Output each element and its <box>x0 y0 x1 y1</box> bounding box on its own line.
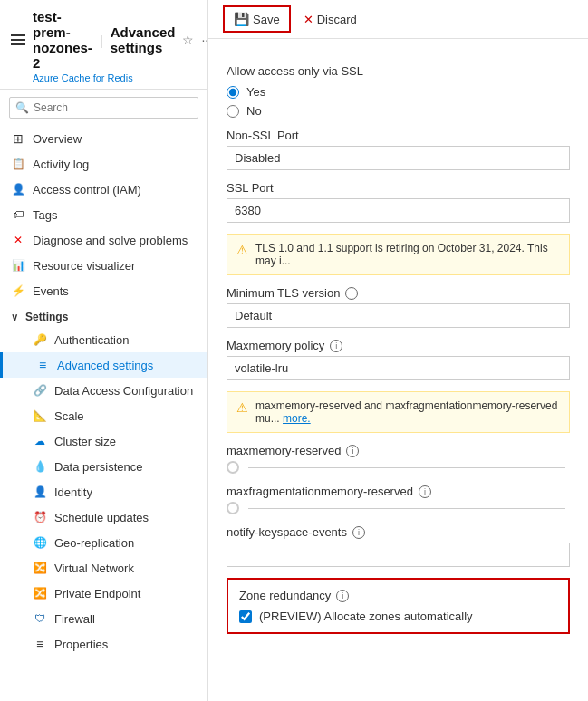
ssl-port-input[interactable] <box>227 198 570 223</box>
sidebar-item-label: Scale <box>54 409 84 423</box>
search-box: 🔍 <box>9 97 198 119</box>
save-button[interactable]: 💾 Save <box>223 5 291 33</box>
ssl-yes-option[interactable]: Yes <box>227 85 570 99</box>
sidebar-item-label: Properties <box>54 638 108 651</box>
more-link[interactable]: more. <box>283 412 311 425</box>
identity-icon: 👤 <box>33 485 47 499</box>
ssl-yes-radio[interactable] <box>227 86 239 99</box>
ssl-no-option[interactable]: No <box>227 104 570 118</box>
sidebar: test-prem-nozones-2 | Advanced settings … <box>0 0 208 701</box>
sidebar-item-label: Geo-replication <box>54 536 134 550</box>
data-access-icon: 🔗 <box>33 383 47 398</box>
settings-section-header: ∨ Settings <box>0 303 207 327</box>
ssl-radio-group: Yes No <box>227 85 570 118</box>
advanced-settings-icon: ≡ <box>35 358 50 372</box>
sidebar-item-cluster-size[interactable]: ☁ Cluster size <box>0 428 207 454</box>
maxmemory-input[interactable] <box>227 356 570 380</box>
min-tls-info-icon[interactable]: i <box>345 287 358 300</box>
sidebar-item-label: Events <box>33 284 69 298</box>
sidebar-item-label: Access control (IAM) <box>33 183 141 197</box>
sidebar-item-label: Virtual Network <box>54 562 134 575</box>
ssl-no-radio[interactable] <box>227 105 239 118</box>
sidebar-item-label: Data Access Configuration <box>54 384 193 398</box>
zone-redundancy-label: Zone redundancy <box>239 589 331 602</box>
maxmemory-warning-banner: ⚠ maxmemory-reserved and maxfragmentatio… <box>227 391 570 433</box>
sidebar-item-label: Activity log <box>33 158 89 171</box>
discard-button[interactable]: ✕ Discard <box>294 8 366 31</box>
sidebar-item-geo-replication[interactable]: 🌐 Geo-replication <box>0 530 207 555</box>
nonssl-port-label: Non-SSL Port <box>227 129 299 142</box>
sidebar-item-label: Advanced settings <box>57 359 153 372</box>
maxmemory-info-icon[interactable]: i <box>330 340 342 352</box>
save-label: Save <box>253 13 280 26</box>
sidebar-item-tags[interactable]: 🏷 Tags <box>0 202 207 227</box>
ssl-section-label: Allow access only via SSL <box>227 64 570 78</box>
sidebar-item-virtual-network[interactable]: 🔀 Virtual Network <box>0 555 207 581</box>
page-title-sidebar: Advanced settings <box>111 24 176 55</box>
sidebar-item-label: Firewall <box>54 612 95 626</box>
search-input[interactable] <box>9 97 198 119</box>
sidebar-item-scale[interactable]: 📐 Scale <box>0 403 207 428</box>
sidebar-item-diagnose[interactable]: ✕ Diagnose and solve problems <box>0 227 207 253</box>
sidebar-item-properties[interactable]: ≡ Properties <box>0 631 207 657</box>
sidebar-item-label: Tags <box>33 208 57 222</box>
maxmemory-reserved-info-icon[interactable]: i <box>346 445 359 457</box>
notify-input[interactable] <box>227 543 570 567</box>
warning-triangle-icon: ⚠ <box>236 243 248 257</box>
scale-icon: 📐 <box>33 408 47 423</box>
more-options-icon[interactable]: ··· <box>201 33 208 47</box>
discard-icon: ✕ <box>304 13 313 26</box>
nonssl-port-input[interactable] <box>227 146 570 170</box>
virtual-network-icon: 🔀 <box>33 561 47 575</box>
sidebar-item-access-control[interactable]: 👤 Access control (IAM) <box>0 177 207 202</box>
collapse-icon[interactable]: ∨ <box>11 312 18 323</box>
maxmemory-warning-text: maxmemory-reserved and maxfragmentationm… <box>255 399 560 425</box>
sidebar-item-resource-visualizer[interactable]: 📊 Resource visualizer <box>0 253 207 278</box>
sidebar-item-activity-log[interactable]: 📋 Activity log <box>0 151 207 177</box>
maxfrag-label: maxfragmentationmemory-reserved <box>227 485 413 498</box>
maxmemory-reserved-label: maxmemory-reserved <box>227 444 341 457</box>
maxfrag-info-icon[interactable]: i <box>419 485 431 498</box>
maxmemory-reserved-field: maxmemory-reserved i <box>227 444 570 474</box>
sidebar-item-advanced-settings[interactable]: ≡ Advanced settings <box>0 352 207 378</box>
zone-redundancy-info-icon[interactable]: i <box>336 590 349 602</box>
zone-checkbox[interactable] <box>239 610 252 623</box>
sidebar-item-firewall[interactable]: 🛡 Firewall <box>0 606 207 631</box>
sidebar-item-events[interactable]: ⚡ Events <box>0 278 207 303</box>
schedule-updates-icon: ⏰ <box>33 510 47 524</box>
hamburger-icon[interactable] <box>11 34 25 45</box>
sidebar-item-authentication[interactable]: 🔑 Authentication <box>0 327 207 352</box>
sidebar-item-label: Schedule updates <box>54 511 149 524</box>
sidebar-item-schedule-updates[interactable]: ⏰ Schedule updates <box>0 504 207 530</box>
maxfrag-slider-row <box>227 502 570 514</box>
geo-replication-icon: 🌐 <box>33 535 47 550</box>
min-tls-field: Minimum TLS version i <box>227 286 570 328</box>
maxmemory-reserved-line <box>248 467 565 468</box>
sidebar-item-label: Authentication <box>54 333 129 347</box>
resource-subtitle: Azure Cache for Redis <box>11 72 197 83</box>
nav-list: ⊞ Overview 📋 Activity log 👤 Access contr… <box>0 126 207 701</box>
sidebar-item-label: Private Endpoint <box>54 587 140 600</box>
sidebar-item-data-access[interactable]: 🔗 Data Access Configuration <box>0 378 207 403</box>
sidebar-item-overview[interactable]: ⊞ Overview <box>0 126 207 151</box>
ssl-port-field: SSL Port <box>227 181 570 223</box>
maxfrag-line <box>248 508 565 509</box>
nonssl-port-field: Non-SSL Port <box>227 129 570 170</box>
sidebar-item-identity[interactable]: 👤 Identity <box>0 479 207 504</box>
private-endpoint-icon: 🔀 <box>33 586 47 600</box>
notify-label: notify-keyspace-events <box>227 525 347 539</box>
resource-name: test-prem-nozones-2 <box>33 9 92 71</box>
resource-visualizer-icon: 📊 <box>11 258 25 273</box>
tls-warning-banner: ⚠ TLS 1.0 and 1.1 support is retiring on… <box>227 234 570 275</box>
notify-field: notify-keyspace-events i <box>227 525 570 567</box>
tls-warning-text: TLS 1.0 and 1.1 support is retiring on O… <box>255 242 560 267</box>
toolbar: 💾 Save ✕ Discard <box>208 0 588 39</box>
sidebar-item-data-persistence[interactable]: 💧 Data persistence <box>0 454 207 479</box>
favorite-icon[interactable]: ☆ <box>182 33 194 47</box>
sidebar-item-private-endpoint[interactable]: 🔀 Private Endpoint <box>0 581 207 606</box>
sidebar-item-label: Diagnose and solve problems <box>33 234 188 247</box>
access-control-icon: 👤 <box>11 182 25 197</box>
zone-checkbox-row[interactable]: (PREVIEW) Allocate zones automatically <box>239 610 557 623</box>
notify-info-icon[interactable]: i <box>352 526 365 539</box>
min-tls-input[interactable] <box>227 303 570 328</box>
